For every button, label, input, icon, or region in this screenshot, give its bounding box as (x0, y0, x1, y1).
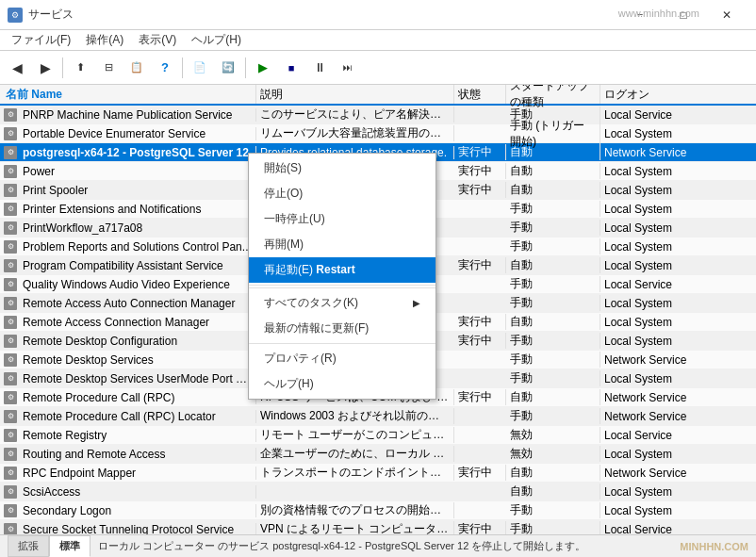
column-header: 名前 Name 説明 状態 スタートアップの種類 ログオン (0, 85, 756, 106)
service-startup: 手動 (506, 521, 600, 534)
watermark: www.minhhn.com (618, 8, 699, 19)
service-name: Remote Access Connection Manager (19, 316, 256, 329)
context-menu-separator (249, 343, 436, 344)
service-icon: ⚙ (2, 408, 19, 425)
service-logon: Network Service (600, 146, 723, 159)
service-status: 実行中 (454, 257, 506, 273)
context-menu-item-label: すべてのタスク(K) (264, 295, 358, 311)
close-button[interactable]: ✕ (705, 0, 748, 30)
col-name-header[interactable]: 名前 Name (2, 85, 256, 104)
table-row[interactable]: ⚙ScsiAccess自動Local System (0, 483, 756, 501)
toolbar-separator-3 (245, 57, 246, 78)
export-button[interactable]: 📄 (187, 55, 213, 81)
service-status: 実行中 (454, 314, 506, 330)
service-name: Remote Desktop Configuration (19, 335, 256, 348)
service-startup: 自動 (506, 483, 600, 500)
help-btn[interactable]: ? (152, 55, 178, 81)
table-row[interactable]: ⚙RPC Endpoint Mapperトランスポートのエンドポイントに対する … (0, 464, 756, 483)
service-name: Remote Desktop Services (19, 353, 256, 367)
service-logon: Local System (600, 127, 723, 140)
context-menu-item[interactable]: 最新の情報に更新(F) (249, 316, 436, 341)
pause-service-button[interactable]: ⏸ (306, 55, 333, 81)
service-name: Printer Extensions and Notifications (19, 203, 256, 216)
service-desc: 企業ユーザーのために、ローカル エリア ネット... (256, 446, 454, 462)
service-icon: ⚙ (2, 483, 19, 500)
context-menu-item[interactable]: ヘルプ(H) (249, 371, 436, 397)
window-title: サービス (28, 7, 74, 23)
context-menu-item-label: 再開(M) (264, 237, 304, 253)
service-logon: Local Service (600, 523, 723, 535)
context-menu-item[interactable]: 一時停止(U) (249, 206, 436, 232)
service-name: PrintWorkflow_a717a08 (19, 221, 256, 235)
context-menu-item-label: プロパティ(R) (264, 351, 337, 367)
service-icon: ⚙ (2, 276, 19, 293)
col-logon-header[interactable]: ログオン (600, 85, 723, 104)
context-menu-item[interactable]: 開始(S) (249, 156, 436, 181)
title-bar-left: ⚙ サービス (8, 7, 74, 23)
context-menu-item[interactable]: プロパティ(R) (249, 346, 436, 371)
toolbar-separator-1 (62, 57, 63, 78)
service-icon: ⚙ (2, 314, 19, 331)
service-name: Remote Access Auto Connection Manager (19, 297, 256, 310)
col-startup-header[interactable]: スタートアップの種類 (506, 85, 600, 104)
menu-help[interactable]: ヘルプ(H) (184, 30, 249, 50)
service-icon: ⚙ (2, 144, 19, 161)
service-name: PNRP Machine Name Publication Service (19, 108, 256, 122)
show-hide-button[interactable]: ⊟ (95, 55, 122, 81)
table-row[interactable]: ⚙Secondary Logon別の資格情報でのプロセスの開始を有効に...手動… (0, 501, 756, 520)
table-row[interactable]: ⚙Remote Procedure Call (RPC) LocatorWind… (0, 407, 756, 426)
service-logon: Local System (600, 240, 723, 254)
back-button[interactable]: ◀ (4, 55, 30, 81)
service-startup: 手動 (506, 352, 600, 368)
tab-extended[interactable]: 拡張 (8, 535, 49, 557)
context-menu-item[interactable]: 再起動(E) Restart (249, 257, 436, 283)
service-desc: VPN によるリモート コンピューターへの接続に... (256, 521, 454, 534)
service-icon: ⚙ (2, 370, 19, 387)
service-icon: ⚙ (2, 389, 19, 406)
service-name: ScsiAccess (19, 485, 256, 499)
service-name: Power (19, 165, 256, 178)
context-menu-item-label: 再起動(E) Restart (264, 262, 355, 278)
service-logon: Local System (600, 372, 723, 385)
table-row[interactable]: ⚙Remote Registryリモート ユーザーがこのコンピューターのレジス.… (0, 426, 756, 445)
service-name: Portable Device Enumerator Service (19, 127, 256, 140)
refresh-button[interactable]: 🔄 (215, 55, 241, 81)
service-icon: ⚙ (2, 465, 19, 482)
menu-view[interactable]: 表示(V) (131, 30, 184, 50)
up-button[interactable]: ⬆ (67, 55, 93, 81)
service-startup: 自動 (506, 257, 600, 273)
service-icon: ⚙ (2, 182, 19, 199)
service-name: Remote Procedure Call (RPC) Locator (19, 410, 256, 423)
service-logon: Local Service (600, 429, 723, 442)
service-icon: ⚙ (2, 106, 19, 123)
service-startup: 手動 (506, 408, 600, 424)
service-logon: Network Service (600, 391, 723, 404)
table-row[interactable]: ⚙PNRP Machine Name Publication Serviceこの… (0, 106, 756, 124)
context-menu-item[interactable]: すべてのタスク(K)▶ (249, 290, 436, 316)
table-row[interactable]: ⚙Routing and Remote Access企業ユーザーのために、ローカ… (0, 445, 756, 464)
context-menu-item[interactable]: 停止(O) (249, 181, 436, 206)
properties-button[interactable]: 📋 (123, 55, 150, 81)
menu-action[interactable]: 操作(A) (78, 30, 131, 50)
table-row[interactable]: ⚙Secure Socket Tunneling Protocol Servic… (0, 520, 756, 534)
context-menu-arrow: ▶ (413, 298, 420, 308)
context-menu-item-label: 一時停止(U) (264, 211, 325, 227)
service-desc: Windows 2003 およびそれ以前のバージョ... (256, 408, 454, 424)
menu-file[interactable]: ファイル(F) (4, 30, 78, 50)
service-name: postgresql-x64-12 - PostgreSQL Server 12 (19, 146, 256, 159)
col-status-header[interactable]: 状態 (454, 85, 506, 104)
forward-button[interactable]: ▶ (32, 55, 58, 81)
context-menu-separator (249, 287, 436, 288)
service-name: Secondary Logon (19, 504, 256, 517)
service-status: 実行中 (454, 333, 506, 349)
service-status: 実行中 (454, 465, 506, 481)
stop-service-button[interactable]: ■ (278, 55, 304, 81)
service-name: Quality Windows Audio Video Experience (19, 278, 256, 291)
start-service-button[interactable]: ▶ (250, 55, 276, 81)
restart-service-button[interactable]: ⏭ (335, 55, 361, 81)
service-logon: Local System (600, 184, 723, 197)
context-menu-item[interactable]: 再開(M) (249, 232, 436, 257)
col-desc-header[interactable]: 説明 (256, 85, 454, 104)
tab-standard[interactable]: 標準 (49, 535, 90, 557)
table-row[interactable]: ⚙Portable Device Enumerator Serviceリムーバブ… (0, 124, 756, 143)
